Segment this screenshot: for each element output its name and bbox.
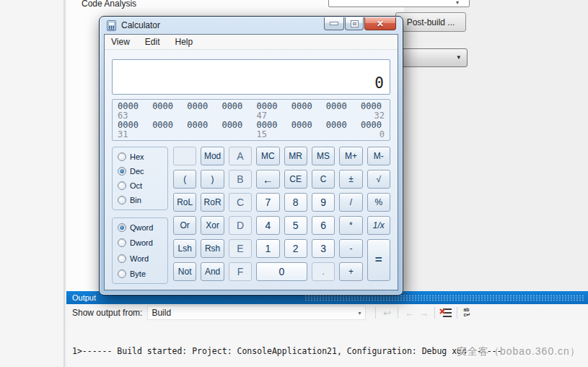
maximize-button[interactable] [345, 17, 364, 30]
menu-help[interactable]: Help [175, 37, 193, 47]
code-analysis-label[interactable]: Code Analysis [82, 0, 136, 9]
radio-label: Hex [130, 152, 144, 161]
key-lsh[interactable]: Lsh [173, 239, 196, 258]
key-7[interactable]: 7 [256, 193, 279, 212]
key-add[interactable]: + [339, 262, 362, 281]
key-3[interactable]: 3 [312, 239, 335, 258]
bit-index-label [187, 130, 211, 139]
key-decimal: . [312, 262, 335, 281]
output-log[interactable]: 1>------ Build started: Project: Console… [66, 321, 588, 367]
key-memory-subtract[interactable]: M- [367, 147, 390, 165]
radio-circle-icon [118, 254, 126, 263]
key-5[interactable]: 5 [284, 216, 307, 235]
next-message-icon[interactable]: → [416, 306, 431, 319]
calculator-display: 0 [112, 59, 390, 95]
top-partial-combobox[interactable]: ▾ [328, 0, 470, 7]
key-rol[interactable]: RoL [173, 193, 196, 212]
key-backspace[interactable]: ← [256, 170, 279, 189]
key-6[interactable]: 6 [312, 216, 335, 235]
radio-qword[interactable]: Qword [118, 223, 162, 232]
bit-group[interactable]: 0000 [291, 121, 315, 130]
radio-byte[interactable]: Byte [118, 269, 162, 278]
radio-hex[interactable]: Hex [118, 152, 162, 161]
minimize-icon [330, 22, 338, 25]
bit-group[interactable]: 0000 [291, 102, 315, 111]
bit-group[interactable]: 0000 [326, 102, 350, 111]
key-a: A [229, 147, 252, 165]
key-xor[interactable]: Xor [201, 216, 224, 235]
radio-word[interactable]: Word [118, 254, 162, 263]
key-mod[interactable]: Mod [201, 147, 224, 165]
key-2[interactable]: 2 [284, 239, 307, 258]
bit-group[interactable]: 0000 [152, 121, 176, 130]
bit-index-label [152, 130, 176, 139]
key-open-paren[interactable]: ( [173, 170, 196, 189]
key-rsh[interactable]: Rsh [201, 239, 224, 258]
key-percent[interactable]: % [367, 193, 390, 212]
radio-circle-icon [118, 223, 126, 232]
key-equals[interactable]: = [367, 239, 390, 281]
key-sqrt[interactable]: √ [367, 170, 390, 189]
key-8[interactable]: 8 [284, 193, 307, 212]
radio-dec[interactable]: Dec [118, 167, 162, 176]
close-button[interactable]: ✕ [364, 17, 396, 30]
bit-group[interactable]: 0000 [187, 102, 211, 111]
radio-label: Qword [130, 223, 153, 232]
menu-edit[interactable]: Edit [145, 37, 160, 47]
configuration-combobox[interactable]: ▾ [401, 48, 468, 67]
radio-circle-icon [118, 196, 126, 204]
key-memory-store[interactable]: MS [312, 147, 335, 165]
key-or[interactable]: Or [173, 216, 196, 235]
menu-view[interactable]: View [111, 37, 130, 47]
key-close-paren[interactable]: ) [201, 170, 224, 189]
radio-bin[interactable]: Bin [118, 196, 162, 204]
key-0[interactable]: 0 [256, 262, 307, 281]
word-wrap-icon[interactable]: abc↵ [461, 307, 475, 319]
clear-all-icon[interactable]: ✕ [439, 306, 453, 319]
post-build-button[interactable]: Post-build ... [395, 12, 466, 32]
bit-labels-low: 31150 [118, 130, 385, 139]
bit-toggle-panel[interactable]: 00000000000000000000000000000000 634732 … [112, 99, 390, 141]
key-clear[interactable]: C [312, 170, 335, 189]
radio-label: Word [130, 254, 149, 263]
bit-group[interactable]: 0000 [221, 102, 245, 111]
previous-message-icon[interactable]: ← [402, 306, 416, 319]
find-message-icon[interactable]: ↩ [379, 306, 394, 319]
key-divide[interactable]: / [339, 193, 362, 212]
key-memory-add[interactable]: M+ [339, 147, 362, 165]
word-size-group: Qword Dword Word Byte [112, 217, 168, 284]
key-ror[interactable]: RoR [201, 193, 224, 212]
radio-circle-icon [118, 238, 126, 247]
drag-grip[interactable] [304, 295, 584, 301]
key-memory-clear[interactable]: MC [256, 147, 279, 165]
bit-group[interactable]: 0000 [221, 121, 245, 130]
key-reciprocal[interactable]: 1/x [367, 216, 390, 235]
key-and[interactable]: And [201, 262, 224, 281]
bit-group[interactable]: 0000 [326, 121, 350, 130]
key-1[interactable]: 1 [256, 239, 279, 258]
output-toolbar: Show output from: Build ▾ ↩ ← → ✕ abc↵ [66, 304, 588, 321]
radio-circle-icon [118, 269, 126, 278]
minimize-button[interactable] [324, 17, 344, 30]
key-not[interactable]: Not [173, 262, 196, 281]
bit-index-label: 31 [118, 130, 141, 139]
maximize-icon [351, 21, 358, 27]
output-source-combobox[interactable]: Build ▾ [147, 306, 366, 320]
key-negate[interactable]: ± [339, 170, 362, 189]
display-value: 0 [374, 74, 384, 92]
watermark-text: 安全客（bobao.360.cn） [457, 345, 581, 358]
bit-index-label: 15 [257, 130, 281, 139]
key-clear-entry[interactable]: CE [284, 170, 307, 189]
bit-group[interactable]: 0000 [187, 121, 211, 130]
key-memory-recall[interactable]: MR [284, 147, 307, 165]
key-9[interactable]: 9 [312, 193, 335, 212]
calculator-content: 0 00000000000000000000000000000000 63473… [105, 51, 398, 290]
radio-dword[interactable]: Dword [118, 238, 162, 247]
radio-oct[interactable]: Oct [118, 181, 162, 190]
key-subtract[interactable]: - [339, 239, 362, 258]
key-4[interactable]: 4 [256, 216, 279, 235]
calculator-window: Calculator ✕ View Edit Help 0 0000000000… [99, 16, 403, 295]
key-multiply[interactable]: * [339, 216, 362, 235]
bit-group[interactable]: 0000 [152, 102, 176, 111]
toolbar-separator [398, 307, 398, 319]
